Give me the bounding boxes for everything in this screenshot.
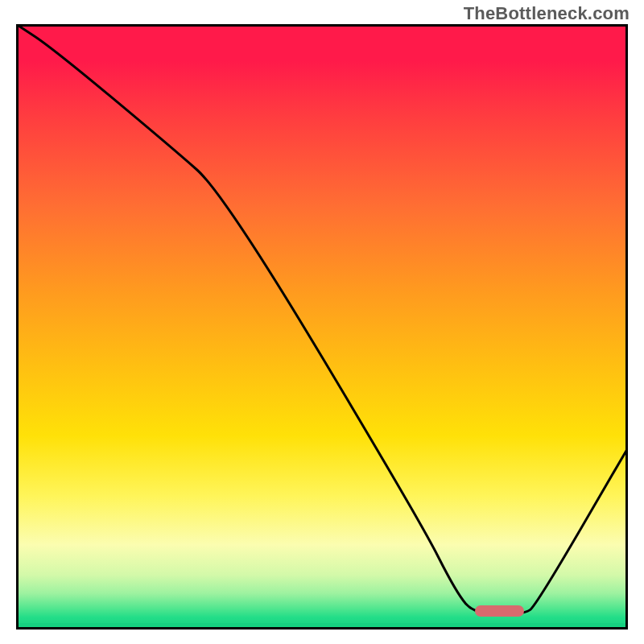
bottom-green-strip — [16, 623, 628, 630]
watermark-text: TheBottleneck.com — [464, 3, 630, 24]
chart-container: TheBottleneck.com — [0, 0, 644, 644]
optimum-marker — [475, 605, 524, 617]
plot-area — [16, 24, 628, 630]
gradient-background — [16, 24, 628, 630]
